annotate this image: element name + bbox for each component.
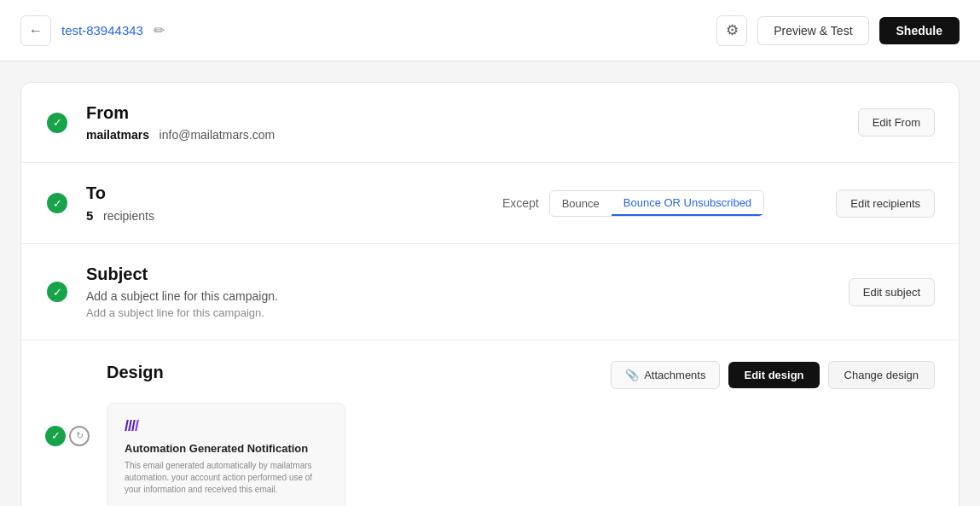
preview-logo: //// [125, 417, 328, 435]
check-icon-design: ✓ [51, 429, 61, 442]
topbar: ← test-83944343 ✏ ⚙ Preview & Test Shedu… [0, 0, 980, 61]
attachments-button[interactable]: 📎 Attachments [611, 361, 720, 389]
recipients-label: recipients [103, 209, 154, 223]
recipients-count: 5 [86, 208, 93, 223]
campaign-card: ✓ From mailatmars info@mailatmars.com Ed… [20, 82, 960, 506]
from-title: From [86, 103, 838, 123]
edit-design-button[interactable]: Edit design [728, 362, 819, 388]
preview-test-button[interactable]: Preview & Test [757, 16, 868, 45]
to-status-icon: ✓ [45, 193, 69, 213]
preview-heading: Automation Generated Notification [125, 442, 328, 455]
design-content: Design 📎 Attachments Edit design Change … [107, 361, 935, 506]
back-button[interactable]: ← [20, 15, 51, 46]
from-subtitle: mailatmars info@mailatmars.com [86, 128, 838, 142]
check-circle-from: ✓ [47, 113, 67, 133]
to-except-group: Except Bounce Bounce OR Unsubscribed [451, 190, 816, 217]
to-content: To 5 recipients [86, 183, 451, 223]
check-icon-from: ✓ [53, 116, 62, 129]
edit-title-icon[interactable]: ✏ [154, 22, 165, 38]
to-subtitle: 5 recipients [86, 208, 451, 223]
subject-note: Add a subject line for this campaign. [86, 306, 828, 319]
design-actions: 📎 Attachments Edit design Change design [611, 361, 935, 389]
subject-hint: Add a subject line for this campaign. [86, 289, 828, 303]
to-title: To [86, 183, 451, 203]
sender-name: mailatmars [86, 128, 149, 142]
sender-email: info@mailatmars.com [159, 128, 275, 142]
design-title: Design [107, 363, 164, 382]
to-section: ✓ To 5 recipients Except Bounce Bounce O… [21, 163, 959, 244]
check-icon-subject: ✓ [53, 286, 62, 299]
subject-section: ✓ Subject Add a subject line for this ca… [21, 244, 959, 340]
check-circle-design: ✓ [45, 426, 66, 446]
preview-text: This email generated automatically by ma… [125, 460, 328, 496]
subject-status-icon: ✓ [45, 282, 69, 302]
campaign-title[interactable]: test-83944343 [61, 23, 143, 38]
paperclip-icon: 📎 [625, 369, 639, 381]
design-preview: //// Automation Generated Notification T… [107, 403, 345, 506]
settings-button[interactable]: ⚙ [716, 15, 747, 46]
back-arrow-icon: ← [29, 23, 43, 38]
except-container: Except Bounce Bounce OR Unsubscribed [502, 190, 764, 217]
design-status-icons: ✓ ↻ [45, 426, 90, 446]
from-section: ✓ From mailatmars info@mailatmars.com Ed… [21, 83, 959, 163]
from-content: From mailatmars info@mailatmars.com [86, 103, 838, 142]
design-section: ✓ ↻ Design 📎 Attachments Edit design Cha… [21, 340, 959, 506]
check-circle-to: ✓ [47, 193, 67, 213]
tab-bounce[interactable]: Bounce [550, 192, 612, 215]
subject-action: Edit subject [849, 278, 935, 306]
to-action: Edit recipients [836, 189, 935, 218]
topbar-right: ⚙ Preview & Test Shedule [716, 15, 960, 46]
from-status-icon: ✓ [45, 113, 69, 133]
schedule-button[interactable]: Shedule [879, 17, 960, 44]
subject-title: Subject [86, 265, 828, 284]
except-label: Except [502, 196, 539, 210]
design-status-secondary: ↻ [69, 426, 90, 446]
bounce-tabs: Bounce Bounce OR Unsubscribed [549, 190, 764, 217]
subject-content: Subject Add a subject line for this camp… [86, 265, 828, 319]
tab-bounce-or-unsubscribed[interactable]: Bounce OR Unsubscribed [612, 191, 763, 216]
check-icon-to: ✓ [53, 197, 62, 210]
edit-recipients-button[interactable]: Edit recipients [836, 189, 935, 218]
attach-label: Attachments [644, 369, 705, 381]
main-content: ✓ From mailatmars info@mailatmars.com Ed… [0, 61, 980, 506]
gear-icon: ⚙ [726, 21, 739, 39]
from-action: Edit From [858, 108, 935, 137]
edit-subject-button[interactable]: Edit subject [849, 278, 935, 306]
edit-from-button[interactable]: Edit From [858, 108, 935, 137]
check-circle-subject: ✓ [47, 282, 67, 302]
change-design-button[interactable]: Change design [828, 361, 935, 389]
design-header-row: Design 📎 Attachments Edit design Change … [107, 361, 935, 389]
topbar-left: ← test-83944343 ✏ [20, 15, 165, 46]
